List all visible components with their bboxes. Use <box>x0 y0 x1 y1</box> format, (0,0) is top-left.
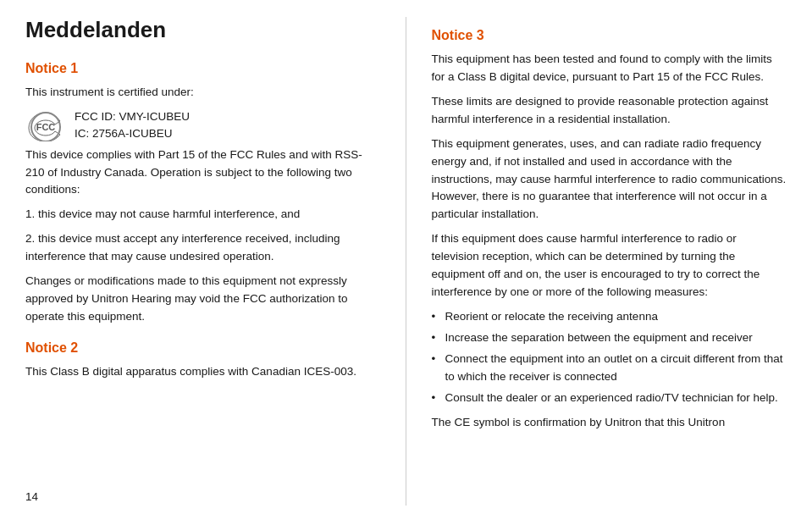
notice-3-para2: These limits are designed to provide rea… <box>432 93 787 129</box>
notice-1-body1: This device complies with Part 15 of the… <box>25 146 380 200</box>
page-title: Meddelanden <box>25 17 380 43</box>
fcc-logo-row: FCC FCC ID: VMY-ICUBEU IC: 2756A-ICUBEU <box>25 108 380 143</box>
notice-1-section: Notice 1 This instrument is certified un… <box>25 58 380 326</box>
page-number: 14 <box>25 489 38 506</box>
notice-2-body: This Class B digital apparatus complies … <box>25 363 380 381</box>
notice-1-body2: Changes or modifications made to this eq… <box>25 273 380 326</box>
bullet-item-4: Consult the dealer or an experienced rad… <box>432 390 787 407</box>
notice-2-section: Notice 2 This Class B digital apparatus … <box>25 338 380 381</box>
notice-3-para4: If this equipment does cause harmful int… <box>432 230 787 301</box>
bullet-item-2: Increase the separation between the equi… <box>432 329 787 347</box>
fcc-id-text: FCC ID: VMY-ICUBEU IC: 2756A-ICUBEU <box>75 108 190 143</box>
fcc-logo-icon: FCC <box>25 109 66 141</box>
notice-1-heading: Notice 1 <box>25 58 380 79</box>
notice-1-condition1: 1. this device may not cause harmful int… <box>25 206 380 224</box>
notice-1-intro: This instrument is certified under: <box>25 84 380 102</box>
notice-3-para5: The CE symbol is confirmation by Unitron… <box>432 414 787 432</box>
svg-text:FCC: FCC <box>36 122 56 132</box>
notice-3-section: Notice 3 This equipment has been tested … <box>432 25 787 432</box>
notice-1-condition2: 2. this device must accept any interfere… <box>25 230 380 266</box>
notice-3-bullet-list: Reorient or relocate the receiving anten… <box>432 308 787 407</box>
notice-3-para1: This equipment has been tested and found… <box>432 51 787 86</box>
notice-2-heading: Notice 2 <box>25 338 380 358</box>
bullet-item-1: Reorient or relocate the receiving anten… <box>432 308 787 326</box>
notice-3-heading: Notice 3 <box>432 25 787 46</box>
bullet-item-3: Connect the equipment into an outlet on … <box>432 351 787 386</box>
notice-3-para3: This equipment generates, uses, and can … <box>432 135 787 224</box>
